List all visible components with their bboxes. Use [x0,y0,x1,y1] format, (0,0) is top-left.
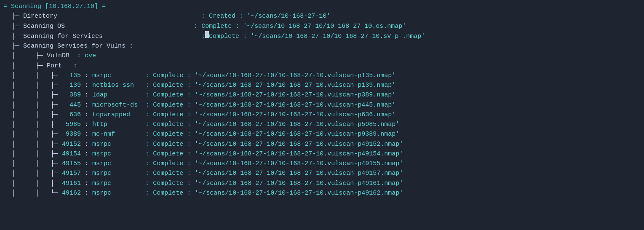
service-name: ldap [92,90,107,100]
port-pipe: │ [35,110,51,120]
port-number: 49154 [62,149,81,159]
port-path: '~/scans/10-168-27-10/10-168-27-10.vulsc… [195,179,403,188]
colon1: : [145,110,153,120]
colon2: : [183,71,195,80]
tree-prefix: ├─ [51,159,62,168]
tree-prefix: ├─ [35,61,47,71]
service-spacer [111,188,145,198]
colon2: : [183,100,195,110]
port-sep: : [81,80,92,90]
port-path: '~/scans/10-168-27-10/10-168-27-10.vulsc… [195,71,395,80]
port-number: 135 [62,71,81,80]
colon2: : [183,168,195,178]
port-colon: : [62,61,77,71]
port-sep: : [81,159,92,168]
scanning-os-label: Scanning OS [23,21,65,31]
vulns-pipe: │ [12,80,27,90]
port-number: 139 [62,80,81,90]
scanning-os-path: '~/scans/10-168-27-10/10-168-27-10.os.nm… [243,21,406,31]
colon2: : [183,110,195,120]
colon1: : [145,90,153,100]
service-spacer [111,179,145,188]
port-pipe: │ [35,149,51,159]
port-pipe: │ [35,71,51,80]
port-status: Complete [153,179,183,188]
port-row-49152: │ │ ├─ 49152 : msrpc : Complete : '~/sca… [0,139,644,149]
vulns-pipe: │ [12,120,27,129]
port-status: Complete [153,90,183,100]
port-sep: : [81,168,92,178]
scanning-os-status: Complete [201,21,232,31]
colon1: : [145,159,153,168]
colon2: : [183,80,195,90]
port-pipe: │ [35,159,51,168]
tree-prefix: ├─ [51,71,62,80]
port-pipe: │ [35,179,51,188]
directory-path: '~/scans/10-168-27-10' [247,11,330,21]
vulns-pipe: │ [12,71,27,80]
directory-colon1: : [201,11,209,21]
service-name: netbios-ssn [92,80,134,90]
port-row-49155: │ │ ├─ 49155 : msrpc : Complete : '~/sca… [0,159,644,168]
service-name: msrpc [92,188,111,198]
colon1: : [145,71,153,80]
port-number: 49155 [62,159,81,168]
tree-prefix: ├─ [51,168,62,178]
vulns-pipe: │ [12,90,27,100]
port-path: '~/scans/10-168-27-10/10-168-27-10.vulsc… [195,90,395,100]
colon1: : [145,149,153,159]
colon1: : [145,129,153,139]
port-pipe: │ [35,100,51,110]
port-sep: : [81,179,92,188]
header-text: = Scanning [10.168.27.10] = [3,2,106,11]
tree-prefix: ├─ [51,110,62,120]
port-path: '~/scans/10-168-27-10/10-168-27-10.vulsc… [195,139,403,149]
port-status: Complete [153,139,183,149]
port-pipe: │ [35,120,51,129]
port-pipe: │ [35,188,51,198]
vulns-pipe: │ [12,61,27,71]
vulns-pipe: │ [12,168,27,178]
port-sep: : [81,149,92,159]
colon2: : [183,120,195,129]
vulns-pipe: │ [12,139,27,149]
port-path: '~/scans/10-168-27-10/10-168-27-10.vulsc… [195,120,399,129]
port-row-49157: │ │ ├─ 49157 : msrpc : Complete : '~/sca… [0,168,644,178]
scanning-services-spacer [103,32,201,41]
port-sep: : [81,139,92,149]
port-status: Complete [153,110,183,120]
port-row-139: │ │ ├─ 139 : netbios-ssn : Complete : '~… [0,80,644,90]
port-number: 49161 [62,179,81,188]
vulns-pipe: │ [12,100,27,110]
port-sep: : [81,120,92,129]
directory-colon2: : [235,11,247,21]
service-spacer [107,120,145,129]
port-number: 636 [62,110,81,120]
colon1: : [145,139,153,149]
port-rows: │ │ ├─ 135 : msrpc : Complete : '~/scans… [0,71,644,198]
tree-prefix: ├─ [51,139,62,149]
service-name: msrpc [92,139,111,149]
scanning-os-colon2: : [232,21,243,31]
service-spacer [138,100,145,110]
port-line: │ ├─ Port : [0,61,644,71]
port-number: 9389 [62,129,81,139]
tree-prefix: ├─ [12,21,23,31]
colon2: : [183,129,195,139]
port-row-135: │ │ ├─ 135 : msrpc : Complete : '~/scans… [0,71,644,80]
port-pipe: │ [35,129,51,139]
port-sep: : [81,71,92,80]
port-status: Complete [153,80,183,90]
port-pipe: │ [35,139,51,149]
port-status: Complete [153,100,183,110]
colon1: : [145,188,153,198]
tree-prefix: ├─ [51,90,62,100]
scanning-os-spacer [65,21,194,31]
port-pipe: │ [35,80,51,90]
service-name: msrpc [92,71,111,80]
vulns-pipe: │ [12,159,27,168]
port-path: '~/scans/10-168-27-10/10-168-27-10.vulsc… [195,149,403,159]
vulndb-colon: : [69,51,85,61]
vulns-pipe: │ [12,149,27,159]
port-row-49162: │ │ └─ 49162 : msrpc : Complete : '~/sca… [0,188,644,198]
